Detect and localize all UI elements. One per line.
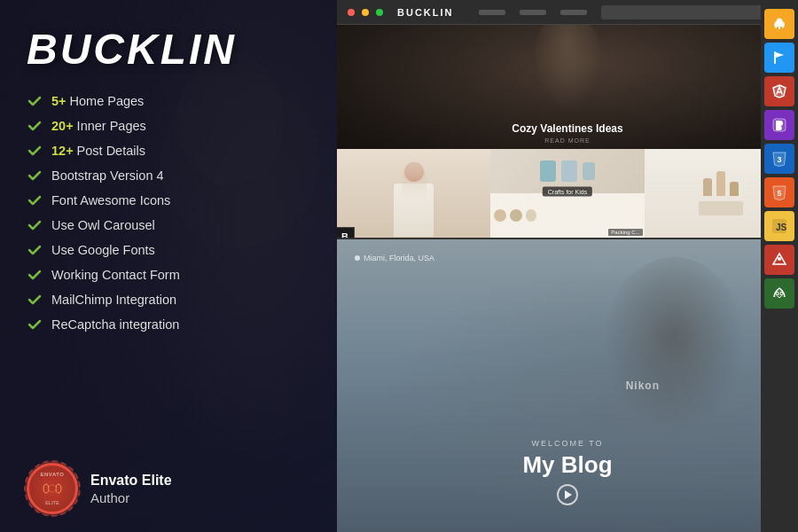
- tech-icon-owl[interactable]: [764, 278, 794, 309]
- svg-point-16: [777, 293, 778, 294]
- svg-point-0: [43, 484, 49, 493]
- grid-item-crafts: Crafts for Kids Packing C...: [490, 149, 644, 238]
- browser-nav-item-3: [560, 10, 587, 15]
- feature-text-9: MailChimp Integration: [51, 293, 176, 307]
- feature-text-2: Inner Pages: [77, 119, 146, 133]
- check-icon-9: [27, 292, 43, 308]
- check-icon-5: [27, 192, 43, 208]
- feature-item-8: Working Contact Form: [27, 267, 310, 283]
- author-label: Author: [90, 490, 172, 505]
- check-icon-10: [27, 317, 43, 332]
- top-hero: Cozy Valentines Ideas READ MORE: [337, 25, 798, 149]
- top-hero-text: Cozy Valentines Ideas: [337, 122, 798, 135]
- author-badge-inner: ENVATO ELITE: [40, 472, 64, 506]
- tech-icon-bootstrap[interactable]: [764, 110, 794, 140]
- svg-rect-7: [774, 51, 776, 64]
- tech-icon-angular[interactable]: [764, 76, 794, 106]
- tech-icon-flag[interactable]: [764, 43, 794, 73]
- browser-dot-red: [348, 9, 355, 16]
- feature-item-6: Use Owl Carousel: [27, 217, 310, 233]
- main-container: BUCKLIN 5+ Home Pages: [0, 0, 798, 532]
- bottom-welcome: WELCOME TO My Blog: [522, 439, 612, 479]
- browser-dot-yellow: [362, 9, 369, 16]
- check-icon-2: [27, 118, 43, 134]
- b-badge: B: [337, 227, 355, 238]
- check-icon-4: [27, 168, 43, 184]
- author-section: ENVATO ELITE Envato Elite Author: [27, 449, 310, 514]
- check-icon-6: [27, 217, 43, 233]
- feature-item-5: Font Awesome Icons: [27, 192, 310, 208]
- screenshot-top: BUCKLIN Cozy Valentines Ideas READ MORE: [337, 0, 798, 239]
- location-pin-icon: [355, 255, 360, 261]
- svg-text:3: 3: [777, 155, 781, 164]
- author-info: Envato Elite Author: [90, 472, 172, 505]
- svg-rect-5: [777, 27, 778, 29]
- feature-text-7: Use Google Fonts: [51, 243, 155, 257]
- feature-item-9: MailChimp Integration: [27, 292, 310, 308]
- browser-brand: BUCKLIN: [397, 7, 454, 18]
- welcome-title: My Blog: [522, 451, 612, 479]
- feature-text-1: Home Pages: [70, 94, 145, 108]
- tech-icon-css3[interactable]: 3: [764, 144, 794, 174]
- feature-text-10: ReCaptcha integration: [51, 317, 179, 332]
- feature-item-2: 20+ Inner Pages: [27, 118, 310, 134]
- svg-point-1: [56, 484, 61, 493]
- grid-label-crafts: Crafts for Kids: [543, 187, 592, 197]
- browser-nav-item-2: [520, 10, 546, 15]
- screenshot-top-content: Cozy Valentines Ideas READ MORE: [337, 25, 798, 238]
- feature-item-7: Use Google Fonts: [27, 242, 310, 258]
- feature-highlight-1: 5+: [51, 94, 66, 108]
- svg-rect-6: [780, 27, 782, 29]
- location-text: Miami, Florida, USA: [364, 254, 434, 262]
- tech-icon-mailchimp[interactable]: [764, 9, 794, 39]
- svg-point-2: [49, 485, 56, 492]
- feature-text-8: Working Contact Form: [51, 268, 180, 282]
- right-panel: BUCKLIN Cozy Valentines Ideas READ MORE: [337, 0, 798, 532]
- screenshot-bottom: Miami, Florida, USA WELCOME TO My Blog N…: [337, 239, 798, 532]
- tech-icon-javascript[interactable]: JS: [764, 211, 794, 241]
- check-icon-1: [27, 93, 43, 109]
- browser-nav-item-1: [479, 10, 505, 15]
- check-icon-3: [27, 143, 43, 159]
- feature-item-3: 12+ Post Details: [27, 143, 310, 159]
- check-icon-8: [27, 267, 43, 283]
- welcome-sub: WELCOME TO: [522, 439, 612, 448]
- brand-title: BUCKLIN: [27, 25, 310, 74]
- author-envato-line1: Envato Elite: [90, 472, 172, 490]
- feature-highlight-2: 20+: [51, 119, 74, 133]
- feature-text-6: Use Owl Carousel: [51, 218, 155, 232]
- feature-highlight-3: 12+: [51, 144, 74, 158]
- check-icon-7: [27, 242, 43, 258]
- browser-dot-green: [376, 9, 383, 16]
- browser-url-bar: [601, 5, 778, 20]
- tech-sidebar: 3 5 JS: [761, 0, 798, 532]
- feature-text-4: Bootstrap Version 4: [51, 168, 164, 183]
- nikon-badge: Nikon: [626, 379, 660, 392]
- browser-bar: BUCKLIN: [337, 0, 798, 25]
- play-icon: [565, 490, 572, 499]
- grid-label-packing: Packing C...: [608, 229, 642, 236]
- svg-point-13: [778, 257, 781, 261]
- svg-text:JS: JS: [776, 223, 787, 232]
- author-badge: ENVATO ELITE: [27, 463, 78, 514]
- play-button[interactable]: [557, 484, 578, 505]
- tech-icon-fontawesome[interactable]: [764, 245, 794, 275]
- browser-nav: [479, 10, 587, 15]
- tech-icon-html5[interactable]: 5: [764, 177, 794, 207]
- svg-text:5: 5: [777, 189, 781, 198]
- left-panel: BUCKLIN 5+ Home Pages: [0, 0, 337, 532]
- svg-point-4: [777, 19, 783, 25]
- feature-item-1: 5+ Home Pages: [27, 93, 310, 109]
- feature-item-10: ReCaptcha integration: [27, 317, 310, 332]
- grid-item-woman: [337, 149, 490, 238]
- feature-text-3: Post Details: [77, 144, 145, 158]
- left-content: BUCKLIN 5+ Home Pages: [0, 0, 337, 532]
- feature-text-5: Font Awesome Icons: [51, 193, 170, 207]
- top-grid: Crafts for Kids Packing C...: [337, 149, 798, 238]
- bottom-location: Miami, Florida, USA: [355, 254, 434, 262]
- svg-point-17: [781, 293, 783, 294]
- features-list: 5+ Home Pages 20+ Inner Pages: [27, 93, 310, 434]
- feature-item-4: Bootstrap Version 4: [27, 168, 310, 184]
